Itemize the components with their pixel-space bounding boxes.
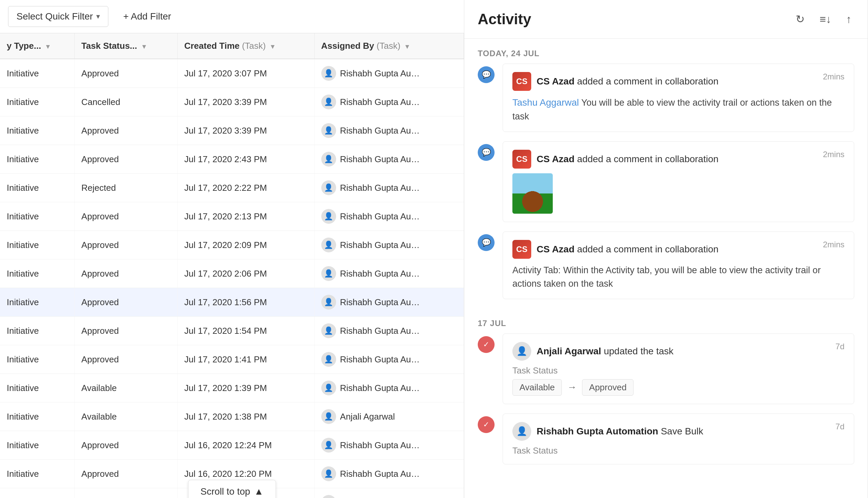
- cell-created: Jul 17, 2020 1:39 PM: [177, 374, 314, 403]
- activity-author: Rishabh Gupta Automation: [537, 426, 658, 436]
- cell-type: Initiative: [0, 460, 74, 488]
- sort-icon: ▾: [142, 43, 146, 50]
- col-assigned-label: Assigned By (Task): [321, 41, 401, 51]
- table-row[interactable]: InitiativeApprovedJul 17, 2020 1:54 PM👤R…: [0, 317, 464, 345]
- table-wrapper[interactable]: y Type... ▾ Task Status... ▾ Created Tim…: [0, 33, 464, 498]
- avatar: 👤: [321, 409, 336, 424]
- status-to: Approved: [582, 379, 633, 396]
- filter-button[interactable]: ≡↓: [817, 10, 834, 28]
- activity-icon-col: 💬: [478, 141, 495, 227]
- avatar-cell: 👤Rishabh Gupta Automa...: [321, 266, 457, 281]
- activity-time: 2mins: [823, 72, 844, 81]
- avatar: 👤: [321, 323, 336, 338]
- col-created[interactable]: Created Time (Task) ▾: [177, 33, 314, 59]
- table-row[interactable]: InitiativeApprovedJul 17, 2020 1:56 PM👤R…: [0, 288, 464, 317]
- avatar-cell: 👤Rishabh Gupta Automa...: [321, 66, 457, 81]
- activity-card-meta: CS CS Azad added a comment in collaborat…: [512, 150, 719, 169]
- table-row[interactable]: InitiativeCancelledJul 17, 2020 3:39 PM👤…: [0, 88, 464, 116]
- activity-title: Activity: [478, 11, 531, 28]
- avatar-cell: 👤Rishabh Gupta Automa...: [321, 94, 457, 109]
- assigned-user-name: Rishabh Gupta Automa...: [340, 469, 421, 479]
- table-row[interactable]: InitiativeApprovedJul 17, 2020 2:13 PM👤R…: [0, 202, 464, 231]
- table-row[interactable]: InitiativeAvailableJul 17, 2020 1:38 PM👤…: [0, 403, 464, 431]
- avatar-cell: 👤Rishabh Gupta Automa...: [321, 123, 457, 138]
- cell-type: Initiative: [0, 488, 74, 498]
- activity-status-label: Task Status: [512, 446, 844, 456]
- cell-type: Initiative: [0, 288, 74, 317]
- assigned-user-name: Rishabh Gupta Automa...: [340, 126, 421, 136]
- activity-text-block: CS Azad added a comment in collaboration: [537, 244, 719, 255]
- table-row[interactable]: InitiativeRejectedJul 17, 2020 2:22 PM👤R…: [0, 174, 464, 202]
- activity-card-header: CS CS Azad added a comment in collaborat…: [512, 240, 844, 259]
- activity-time: 2mins: [823, 240, 844, 249]
- activity-card-meta: CS CS Azad added a comment in collaborat…: [512, 72, 719, 91]
- assigned-user-name: Rishabh Gupta Automa...: [340, 383, 421, 393]
- avatar: CS: [512, 240, 531, 259]
- activity-author: CS Azad: [537, 154, 575, 164]
- date-today: TODAY, 24 JUL: [478, 39, 854, 64]
- cell-status: Approved: [74, 460, 177, 488]
- activity-card-meta: 👤 Rishabh Gupta Automation Save Bulk: [512, 422, 703, 441]
- cell-status: Approved: [74, 488, 177, 498]
- table-row[interactable]: InitiativeApprovedJul 17, 2020 2:43 PM👤R…: [0, 145, 464, 174]
- table-row[interactable]: InitiativeApprovedJul 17, 2020 2:09 PM👤R…: [0, 231, 464, 259]
- activity-panel-header: Activity ↻ ≡↓ ↑: [464, 0, 868, 39]
- add-filter-button[interactable]: + Add Filter: [115, 6, 179, 27]
- scroll-to-top-button[interactable]: Scroll to top ▲: [188, 480, 276, 498]
- table-row[interactable]: InitiativeApprovedJul 17, 2020 3:39 PM👤R…: [0, 116, 464, 145]
- activity-card-header: 👤 Rishabh Gupta Automation Save Bulk 7d: [512, 422, 844, 441]
- cell-created: Jul 17, 2020 1:54 PM: [177, 317, 314, 345]
- status-from: Available: [512, 379, 562, 396]
- activity-body[interactable]: TODAY, 24 JUL 💬 CS CS Azad added a comme…: [464, 39, 868, 498]
- col-assigned[interactable]: Assigned By (Task) ▾: [314, 33, 464, 59]
- cell-type: Initiative: [0, 231, 74, 259]
- avatar: CS: [512, 72, 531, 91]
- cell-status: Available: [74, 403, 177, 431]
- cell-assigned: 👤Rishabh Gupta Automa...: [314, 116, 464, 145]
- avatar: 👤: [321, 381, 336, 395]
- assigned-user-name: Rishabh Gupta Automa...: [340, 354, 421, 365]
- activity-card: 👤 Anjali Agarwal updated the task 7d Tas…: [503, 333, 854, 404]
- cell-assigned: 👤Rishabh Gupta Automa...: [314, 231, 464, 259]
- col-status[interactable]: Task Status... ▾: [74, 33, 177, 59]
- assigned-user-name: Rishabh Gupta Automa...: [340, 68, 421, 79]
- table-row[interactable]: InitiativeAvailableJul 17, 2020 1:39 PM👤…: [0, 374, 464, 403]
- activity-mention-link[interactable]: Tashu Aggarwal: [512, 97, 579, 108]
- refresh-button[interactable]: ↻: [793, 10, 807, 28]
- scroll-up-icon: ▲: [254, 486, 264, 497]
- activity-image-inner: [512, 173, 553, 214]
- avatar: 👤: [321, 152, 336, 167]
- activity-text-block: CS Azad added a comment in collaboration: [537, 154, 719, 165]
- activity-text-block: Anjali Agarwal updated the task: [537, 346, 673, 357]
- table-row[interactable]: InitiativeApprovedJul 17, 2020 2:06 PM👤R…: [0, 259, 464, 288]
- col-type[interactable]: y Type... ▾: [0, 33, 74, 59]
- col-type-label: y Type...: [7, 41, 41, 51]
- activity-text-block: Rishabh Gupta Automation Save Bulk: [537, 426, 703, 437]
- avatar-cell: 👤Rishabh Gupta Automa...: [321, 323, 457, 338]
- activity-item: 💬 CS CS Azad added a comment in collabor…: [478, 64, 854, 137]
- activity-body-text: Activity Tab: Within the Activity tab, y…: [512, 263, 844, 291]
- table-row[interactable]: InitiativeApprovedJul 17, 2020 1:41 PM👤R…: [0, 345, 464, 374]
- date-older: 17 JUL: [478, 309, 854, 333]
- activity-card-header: CS CS Azad added a comment in collaborat…: [512, 72, 844, 91]
- status-arrow-icon: →: [567, 382, 577, 393]
- table-row[interactable]: InitiativeApprovedJul 16, 2020 12:24 PM👤…: [0, 431, 464, 460]
- activity-text-block: CS Azad added a comment in collaboration: [537, 76, 719, 87]
- cell-status: Approved: [74, 345, 177, 374]
- task-icon: ✓: [478, 336, 495, 353]
- cell-created: Jul 17, 2020 2:09 PM: [177, 231, 314, 259]
- activity-author: CS Azad: [537, 244, 575, 254]
- cell-created: Jul 16, 2020 12:24 PM: [177, 431, 314, 460]
- export-button[interactable]: ↑: [843, 10, 854, 28]
- avatar: 👤: [321, 238, 336, 252]
- avatar-cell: 👤Rishabh Gupta Automa...: [321, 438, 457, 453]
- cell-assigned: 👤Rishabh Gupta Automa...: [314, 488, 464, 498]
- table-toolbar: Select Quick Filter ▾ + Add Filter: [0, 0, 464, 33]
- col-created-label: Created Time (Task): [184, 41, 266, 51]
- comment-icon: 💬: [478, 234, 495, 251]
- activity-item: 💬 CS CS Azad added a comment in collabor…: [478, 141, 854, 227]
- quick-filter-button[interactable]: Select Quick Filter ▾: [8, 6, 108, 27]
- avatar: 👤: [321, 66, 336, 81]
- activity-card: CS CS Azad added a comment in collaborat…: [503, 141, 854, 222]
- table-row[interactable]: InitiativeApprovedJul 17, 2020 3:07 PM👤R…: [0, 59, 464, 88]
